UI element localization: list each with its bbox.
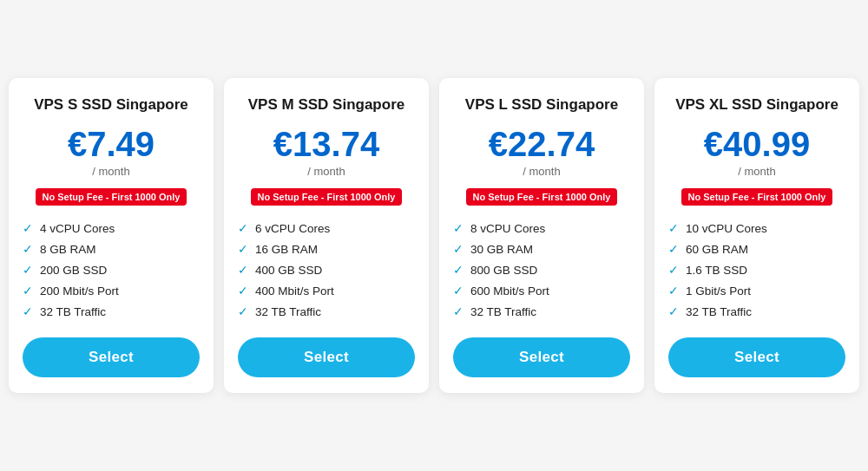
check-icon: ✓: [238, 221, 248, 235]
feature-item: ✓200 Mbit/s Port: [23, 280, 200, 301]
check-icon: ✓: [668, 221, 679, 235]
card-price: €40.99: [704, 125, 810, 163]
feature-item: ✓32 TB Traffic: [238, 301, 415, 322]
pricing-card-vps-s-ssd: VPS S SSD Singapore€7.49/ monthNo Setup …: [9, 78, 214, 393]
promo-badge: No Setup Fee - First 1000 Only: [36, 188, 187, 206]
card-title: VPS L SSD Singapore: [465, 95, 618, 114]
features-list: ✓4 vCPU Cores✓8 GB RAM✓200 GB SSD✓200 Mb…: [23, 218, 200, 322]
feature-text: 4 vCPU Cores: [40, 222, 115, 235]
check-icon: ✓: [453, 263, 464, 277]
feature-item: ✓32 TB Traffic: [23, 301, 200, 322]
feature-item: ✓4 vCPU Cores: [23, 218, 200, 239]
feature-item: ✓8 vCPU Cores: [453, 218, 630, 239]
card-period: / month: [92, 165, 129, 178]
feature-item: ✓800 GB SSD: [453, 259, 630, 280]
feature-item: ✓60 GB RAM: [668, 239, 845, 259]
card-price: €13.74: [273, 125, 379, 163]
feature-text: 32 TB Traffic: [686, 305, 752, 318]
check-icon: ✓: [23, 221, 33, 235]
pricing-card-vps-m-ssd: VPS M SSD Singapore€13.74/ monthNo Setup…: [224, 78, 429, 393]
card-title: VPS XL SSD Singapore: [675, 95, 838, 114]
check-icon: ✓: [668, 242, 679, 256]
feature-text: 400 GB SSD: [255, 264, 322, 277]
features-list: ✓10 vCPU Cores✓60 GB RAM✓1.6 TB SSD✓1 Gb…: [668, 218, 845, 322]
check-icon: ✓: [23, 284, 33, 298]
check-icon: ✓: [238, 263, 248, 277]
feature-text: 400 Mbit/s Port: [255, 285, 334, 298]
feature-text: 1.6 TB SSD: [686, 264, 747, 277]
card-title: VPS S SSD Singapore: [34, 95, 188, 114]
feature-text: 32 TB Traffic: [470, 305, 536, 318]
select-button[interactable]: Select: [23, 337, 200, 377]
card-price: €7.49: [68, 125, 155, 163]
card-title: VPS M SSD Singapore: [248, 95, 404, 114]
feature-item: ✓1 Gbit/s Port: [668, 280, 845, 301]
feature-item: ✓1.6 TB SSD: [668, 259, 845, 280]
feature-item: ✓400 GB SSD: [238, 259, 415, 280]
feature-item: ✓32 TB Traffic: [453, 301, 630, 322]
pricing-grid: VPS S SSD Singapore€7.49/ monthNo Setup …: [9, 78, 859, 393]
check-icon: ✓: [23, 263, 33, 277]
select-button[interactable]: Select: [238, 337, 415, 377]
feature-text: 30 GB RAM: [470, 243, 533, 256]
check-icon: ✓: [238, 284, 248, 298]
check-icon: ✓: [668, 284, 679, 298]
promo-badge: No Setup Fee - First 1000 Only: [681, 188, 833, 206]
card-price: €22.74: [489, 125, 595, 163]
check-icon: ✓: [238, 242, 248, 256]
feature-item: ✓30 GB RAM: [453, 239, 630, 259]
pricing-card-vps-xl-ssd: VPS XL SSD Singapore€40.99/ monthNo Setu…: [654, 78, 859, 393]
promo-badge: No Setup Fee - First 1000 Only: [466, 188, 618, 206]
check-icon: ✓: [453, 221, 464, 235]
card-period: / month: [307, 165, 345, 178]
feature-text: 32 TB Traffic: [40, 305, 106, 318]
feature-text: 6 vCPU Cores: [255, 222, 330, 235]
check-icon: ✓: [668, 304, 679, 318]
features-list: ✓6 vCPU Cores✓16 GB RAM✓400 GB SSD✓400 M…: [238, 218, 415, 322]
feature-item: ✓10 vCPU Cores: [668, 218, 845, 239]
check-icon: ✓: [23, 304, 33, 318]
feature-item: ✓600 Mbit/s Port: [453, 280, 630, 301]
feature-text: 800 GB SSD: [470, 264, 537, 277]
feature-text: 10 vCPU Cores: [686, 222, 767, 235]
feature-item: ✓6 vCPU Cores: [238, 218, 415, 239]
feature-text: 60 GB RAM: [686, 243, 748, 256]
check-icon: ✓: [23, 242, 33, 256]
feature-text: 32 TB Traffic: [255, 305, 321, 318]
card-period: / month: [738, 165, 775, 178]
card-period: / month: [523, 165, 560, 178]
check-icon: ✓: [238, 304, 248, 318]
feature-text: 600 Mbit/s Port: [470, 285, 549, 298]
check-icon: ✓: [668, 263, 679, 277]
feature-item: ✓32 TB Traffic: [668, 301, 845, 322]
feature-item: ✓400 Mbit/s Port: [238, 280, 415, 301]
feature-item: ✓200 GB SSD: [23, 259, 200, 280]
features-list: ✓8 vCPU Cores✓30 GB RAM✓800 GB SSD✓600 M…: [453, 218, 630, 322]
feature-text: 16 GB RAM: [255, 243, 318, 256]
feature-text: 200 GB SSD: [40, 264, 107, 277]
pricing-card-vps-l-ssd: VPS L SSD Singapore€22.74/ monthNo Setup…: [439, 78, 644, 393]
select-button[interactable]: Select: [668, 337, 845, 377]
feature-text: 1 Gbit/s Port: [686, 285, 751, 298]
check-icon: ✓: [453, 304, 464, 318]
feature-item: ✓8 GB RAM: [23, 239, 200, 259]
feature-text: 200 Mbit/s Port: [40, 285, 119, 298]
feature-text: 8 vCPU Cores: [470, 222, 545, 235]
check-icon: ✓: [453, 242, 464, 256]
feature-text: 8 GB RAM: [40, 243, 96, 256]
promo-badge: No Setup Fee - First 1000 Only: [251, 188, 403, 206]
select-button[interactable]: Select: [453, 337, 630, 377]
check-icon: ✓: [453, 284, 464, 298]
feature-item: ✓16 GB RAM: [238, 239, 415, 259]
